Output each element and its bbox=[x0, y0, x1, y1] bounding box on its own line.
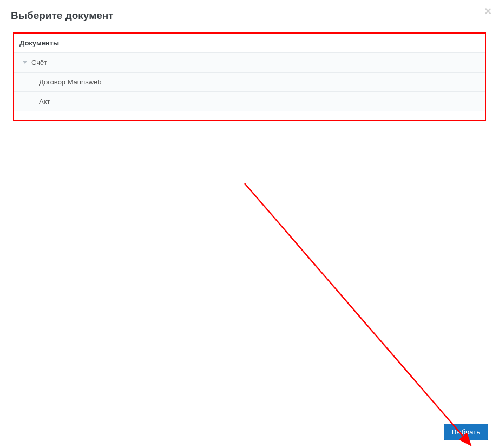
svg-line-1 bbox=[245, 183, 471, 445]
tree-item-label: Договор Maurisweb bbox=[39, 78, 102, 86]
tree-item-label: Акт bbox=[39, 97, 50, 106]
document-tree-panel: Документы Счёт Договор Maurisweb Акт bbox=[13, 32, 486, 121]
modal-title: Выберите документ bbox=[11, 10, 488, 22]
tree-header: Документы bbox=[14, 34, 485, 52]
tree-item-invoice[interactable]: Счёт bbox=[14, 52, 485, 72]
tree-item-label: Счёт bbox=[31, 58, 47, 67]
close-icon[interactable]: × bbox=[484, 5, 491, 17]
modal-header: Выберите документ × bbox=[0, 0, 499, 32]
tree-item-contract[interactable]: Договор Maurisweb bbox=[14, 72, 485, 91]
tree-item-act[interactable]: Акт bbox=[14, 91, 485, 111]
modal-body: Документы Счёт Договор Maurisweb Акт bbox=[0, 32, 499, 416]
select-document-modal: Выберите документ × Документы Счёт Догов… bbox=[0, 0, 499, 448]
caret-down-icon bbox=[23, 61, 27, 64]
annotation-arrow-icon bbox=[233, 149, 487, 448]
modal-footer: Выбрать bbox=[0, 416, 499, 448]
tree-list: Счёт Договор Maurisweb Акт bbox=[14, 52, 485, 111]
select-button[interactable]: Выбрать bbox=[444, 424, 488, 440]
tree-padding bbox=[14, 111, 485, 120]
